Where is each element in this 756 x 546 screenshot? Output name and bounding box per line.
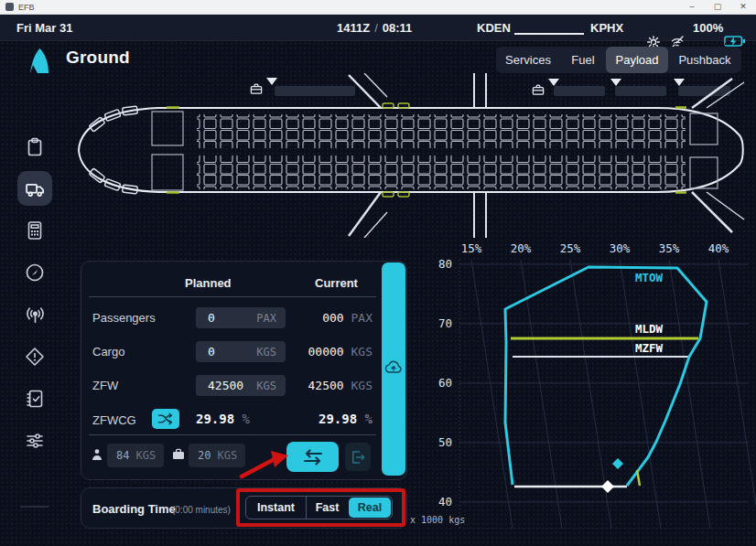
current-column-header: Current [315, 276, 358, 290]
board-transfer-button[interactable] [286, 442, 339, 472]
sidebar-divider [20, 506, 49, 508]
radio-antenna-icon [24, 304, 47, 327]
annotation-rectangle [236, 488, 405, 527]
planned-column-header: Planned [185, 276, 232, 290]
annotation-arrow [236, 447, 291, 482]
pax-weight-input[interactable]: 84 KGS [107, 444, 164, 467]
person-icon [90, 447, 104, 462]
zfw-planned-unit: KGS [256, 380, 276, 392]
boarding-time-label: Boarding Time [92, 502, 176, 516]
sidebar [0, 41, 69, 546]
sidebar-item-ground[interactable] [17, 171, 52, 206]
row-label-zfwcg: ZFWCG [92, 413, 136, 427]
tab-bar: Services Fuel Payload Pushback [496, 47, 741, 73]
efb-app-window: EFB – ▢ ✕ Fri Mar 31 1411Z/08:11 KDEN KP… [0, 0, 756, 546]
cloud-import-icon[interactable] [383, 358, 404, 378]
battery-percent: 100% [693, 21, 723, 35]
x-tick: 20% [511, 241, 532, 255]
zfwcg-randomize-button[interactable] [152, 409, 179, 429]
cg-envelope-chart: 15% 20% 25% 30% 35% 40% 80 70 60 50 40 x… [403, 240, 756, 529]
tab-payload[interactable]: Payload [606, 47, 668, 73]
sidebar-item-flightplan[interactable] [17, 130, 52, 165]
boarding-time-sub: (0:00 minutes) [172, 505, 231, 515]
local-time: 08:11 [383, 21, 413, 35]
sliders-icon [24, 430, 46, 452]
close-button[interactable]: ✕ [730, 0, 756, 14]
ground-truck-icon [24, 177, 47, 200]
zfw-planned-value: 42500 [208, 379, 243, 392]
y-tick: 70 [438, 316, 452, 330]
shuffle-icon [157, 412, 174, 425]
seat-rows-right-band[interactable] [197, 155, 686, 189]
date-label: Fri Mar 31 [16, 21, 72, 35]
calculator-icon [24, 219, 46, 241]
sidebar-item-radio[interactable] [17, 297, 52, 332]
time-separator: / [370, 21, 383, 35]
deboard-door-icon [350, 449, 366, 466]
y-tick: 80 [438, 257, 452, 271]
mldw-label: MLDW [635, 322, 664, 336]
maximize-button[interactable]: ▢ [705, 0, 730, 14]
planned-cg-marker [612, 458, 623, 469]
tab-pushback[interactable]: Pushback [668, 47, 741, 73]
tab-fuel[interactable]: Fuel [560, 47, 606, 73]
clock-label: 1411Z/08:11 [337, 21, 412, 35]
warning-diamond-icon [24, 346, 46, 368]
route-line [514, 33, 584, 35]
x-tick: 25% [560, 241, 581, 255]
row-label-zfw: ZFW [92, 379, 118, 392]
cargo-planned-value: 0 [208, 345, 215, 359]
passengers-planned-value: 0 [208, 311, 215, 325]
row-label-cargo: Cargo [92, 345, 124, 359]
header-divider [89, 296, 376, 297]
bag-weight-value: 20 [198, 449, 211, 462]
sidebar-item-settings-sliders[interactable] [17, 423, 52, 458]
minimize-button[interactable]: – [679, 0, 705, 14]
window-titlebar[interactable]: EFB – ▢ ✕ [0, 0, 756, 15]
page-title: Ground [66, 48, 130, 68]
x-tick: 30% [610, 241, 631, 255]
sidebar-item-navigation[interactable] [17, 255, 52, 290]
tab-services[interactable]: Services [496, 47, 560, 73]
checklist-icon [24, 388, 46, 410]
zfwcg-current-value: 29.98 % [319, 412, 373, 426]
envelope-yellow-tick [637, 470, 640, 486]
x-tick: 40% [708, 241, 729, 255]
cg-envelope-outline [505, 267, 707, 486]
cargo-current-value: 00000 KGS [308, 345, 373, 359]
cargo-planned-unit: KGS [256, 346, 276, 359]
footer-divider [89, 434, 376, 435]
cargo-planned-input[interactable]: 0 KGS [196, 341, 286, 362]
app-icon [5, 3, 14, 11]
pax-weight-value: 84 [116, 449, 129, 462]
sidebar-item-alerts[interactable] [17, 339, 52, 374]
destination-airport: KPHX [590, 21, 623, 35]
compass-icon [24, 262, 46, 284]
mzfw-label: MZFW [635, 341, 664, 355]
bag-weight-unit: KGS [217, 449, 237, 462]
seat-rows-left-band[interactable] [197, 114, 686, 148]
passengers-planned-input[interactable]: 0 PAX [196, 307, 286, 328]
sidebar-item-calculator[interactable] [17, 213, 52, 248]
x-tick: 35% [659, 241, 680, 255]
briefcase-icon [171, 447, 186, 462]
passengers-current-value: 000 PAX [322, 311, 373, 325]
y-tick: 40 [438, 495, 452, 509]
airline-logo [26, 46, 51, 75]
row-label-passengers: Passengers [92, 311, 156, 325]
zfw-planned-input[interactable]: 42500 KGS [196, 375, 286, 396]
aircraft-seatmap [71, 73, 756, 238]
clipboard-icon [24, 136, 46, 158]
window-title: EFB [18, 3, 679, 12]
pax-weight-unit: KGS [135, 449, 156, 462]
status-bar: Fri Mar 31 1411Z/08:11 KDEN KPHX 100% [0, 15, 756, 41]
deboard-button[interactable] [345, 443, 371, 471]
y-tick: 60 [438, 376, 452, 390]
sidebar-item-checklist[interactable] [17, 381, 52, 416]
passengers-planned-unit: PAX [256, 312, 276, 325]
current-cg-marker [601, 480, 614, 493]
sidebar-item-app-settings[interactable] [17, 539, 52, 546]
transfer-arrows-icon [301, 448, 325, 466]
loadsheet-progress-bar[interactable] [382, 262, 405, 476]
y-tick: 50 [438, 435, 452, 449]
